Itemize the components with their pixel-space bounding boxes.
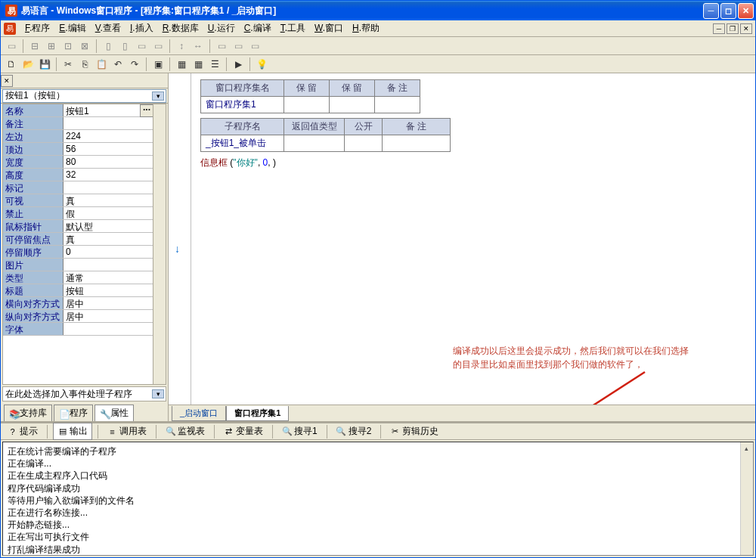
property-value[interactable]: 按钮 — [64, 284, 153, 296]
bottom-tab[interactable]: ▤输出 — [53, 423, 92, 440]
help-icon[interactable]: 💡 — [254, 57, 269, 72]
table-cell[interactable]: _按钮1_被单击 — [201, 135, 284, 152]
editor-tab[interactable]: _启动窗口 — [172, 406, 226, 421]
bottom-tab[interactable]: 🔍搜寻1 — [278, 423, 321, 439]
table-cell[interactable] — [284, 135, 345, 152]
code-line[interactable]: 信息框 ("你好", 0, ) — [200, 157, 746, 169]
table-cell[interactable] — [383, 135, 451, 152]
property-value[interactable]: 假 — [64, 207, 153, 219]
property-row[interactable]: 宽度80 — [3, 156, 166, 169]
close-button[interactable]: ✕ — [738, 3, 754, 19]
redo-icon[interactable]: ↷ — [127, 57, 142, 72]
new-icon[interactable]: 🗋 — [4, 57, 19, 72]
property-row[interactable]: 顶边56 — [3, 143, 166, 156]
tool-icon[interactable]: ⊞ — [44, 39, 59, 54]
table-cell[interactable] — [284, 97, 330, 113]
left-tab[interactable]: 📚支持库 — [4, 405, 52, 421]
property-value[interactable]: 通常 — [64, 271, 153, 284]
maximize-button[interactable]: ◻ — [720, 3, 736, 19]
tool-icon[interactable]: ▯ — [101, 39, 116, 54]
bottom-tab[interactable]: ✂剪辑历史 — [386, 423, 442, 439]
table-cell[interactable] — [375, 97, 420, 113]
scroll-up-icon[interactable]: ▴ — [741, 444, 751, 454]
property-row[interactable]: 鼠标指针默认型 — [3, 220, 166, 233]
undo-icon[interactable]: ↶ — [110, 57, 125, 72]
menu-item[interactable]: E.编辑 — [54, 20, 90, 36]
cut-icon[interactable]: ✂ — [60, 57, 76, 72]
property-value[interactable]: 224 — [64, 130, 153, 142]
open-icon[interactable]: 📂 — [20, 57, 36, 72]
menu-item[interactable]: T.工具 — [276, 20, 310, 36]
menu-item[interactable]: H.帮助 — [348, 20, 384, 36]
menu-item[interactable]: V.查看 — [91, 20, 125, 36]
property-row[interactable]: 名称按钮1 — [3, 104, 166, 117]
tool-icon[interactable]: ▭ — [247, 39, 262, 54]
editor-tab[interactable]: 窗口程序集1 — [226, 406, 289, 421]
mdi-close-button[interactable]: ✕ — [740, 23, 752, 34]
grid-icon[interactable]: ▦ — [191, 57, 206, 72]
property-row[interactable]: 类型通常 — [3, 271, 166, 284]
tool-icon[interactable]: ⊡ — [60, 39, 76, 54]
property-row[interactable]: 停留顺序0 — [3, 246, 166, 259]
tool-icon[interactable]: ⊟ — [27, 39, 42, 54]
menu-item[interactable]: W.窗口 — [310, 20, 348, 36]
property-value[interactable] — [64, 323, 153, 335]
property-row[interactable]: 高度32 — [3, 169, 166, 181]
menu-item[interactable]: R.数据库 — [158, 20, 203, 36]
table-cell[interactable] — [330, 97, 375, 113]
property-value[interactable]: 56 — [64, 143, 153, 155]
property-grid[interactable]: 名称按钮1备注左边224顶边56宽度80高度32标记可视真禁止假鼠标指针默认型可… — [2, 104, 166, 385]
property-value[interactable]: 真 — [64, 233, 153, 245]
menu-item[interactable]: U.运行 — [203, 20, 240, 36]
events-combo[interactable]: 在此处选择加入事件处理子程序 — [2, 386, 166, 401]
code-area[interactable]: 窗口程序集名保 留保 留备 注 窗口程序集1 子程序名返回值类型公开备 注 _按… — [191, 73, 755, 405]
menu-item[interactable]: F.程序 — [20, 20, 54, 36]
property-value[interactable]: 按钮1 — [64, 104, 153, 116]
list-icon[interactable]: ☰ — [207, 57, 222, 72]
tool-icon[interactable]: ▭ — [4, 39, 19, 54]
bottom-tab[interactable]: ≡调用表 — [104, 423, 150, 439]
property-value[interactable]: 居中 — [64, 297, 153, 309]
tool-icon[interactable]: ↕ — [174, 39, 189, 54]
property-row[interactable]: 图片 — [3, 259, 166, 271]
property-value[interactable] — [64, 181, 153, 194]
tool-icon[interactable]: ▭ — [214, 39, 229, 54]
property-row[interactable]: 左边224 — [3, 130, 166, 143]
property-row[interactable]: 纵向对齐方式居中 — [3, 310, 166, 323]
table-cell[interactable]: 窗口程序集1 — [201, 97, 284, 113]
property-row[interactable]: 禁止假 — [3, 207, 166, 220]
property-row[interactable]: 备注 — [3, 117, 166, 130]
property-value[interactable]: 0 — [64, 246, 153, 258]
property-row[interactable]: 标题按钮 — [3, 284, 166, 297]
mdi-restore-button[interactable]: ❐ — [727, 23, 739, 34]
tool-icon[interactable]: ⊠ — [77, 39, 92, 54]
property-row[interactable]: 可停留焦点真 — [3, 233, 166, 246]
property-row[interactable]: 可视真 — [3, 194, 166, 207]
bottom-tab[interactable]: ?提示 — [4, 423, 42, 439]
property-row[interactable]: 标记 — [3, 181, 166, 194]
property-value[interactable]: 默认型 — [64, 220, 153, 232]
form-icon[interactable]: ▦ — [174, 57, 189, 72]
property-value[interactable]: 32 — [64, 169, 153, 181]
minimize-button[interactable]: ─ — [703, 3, 719, 19]
property-value[interactable] — [64, 117, 153, 129]
property-value[interactable]: 80 — [64, 156, 153, 168]
tool-icon[interactable]: ▭ — [231, 39, 246, 54]
menu-item[interactable]: C.编译 — [240, 20, 276, 36]
left-tab[interactable]: 🔧属性 — [94, 405, 134, 421]
bottom-tab[interactable]: 🔍监视表 — [162, 423, 209, 439]
property-value[interactable]: 居中 — [64, 310, 153, 322]
tool-icon[interactable]: ▭ — [134, 39, 149, 54]
run-icon[interactable]: ▶ — [231, 57, 246, 72]
property-row[interactable]: 横向对齐方式居中 — [3, 297, 166, 310]
bottom-tab[interactable]: 🔍搜寻2 — [333, 423, 376, 439]
panel-close-button[interactable]: ✕ — [1, 75, 13, 87]
copy-icon[interactable]: ⎘ — [77, 57, 92, 72]
property-value[interactable]: 真 — [64, 194, 153, 206]
tool-icon[interactable]: ▯ — [117, 39, 132, 54]
mdi-minimize-button[interactable]: ─ — [713, 23, 725, 34]
output-pane[interactable]: ▴ 正在统计需要编译的子程序正在编译...正在生成主程序入口代码程序代码编译成功… — [2, 442, 754, 556]
paste-icon[interactable]: 📋 — [94, 57, 109, 72]
property-row[interactable]: 字体 — [3, 323, 166, 336]
left-tab[interactable]: 📄程序 — [54, 405, 93, 421]
